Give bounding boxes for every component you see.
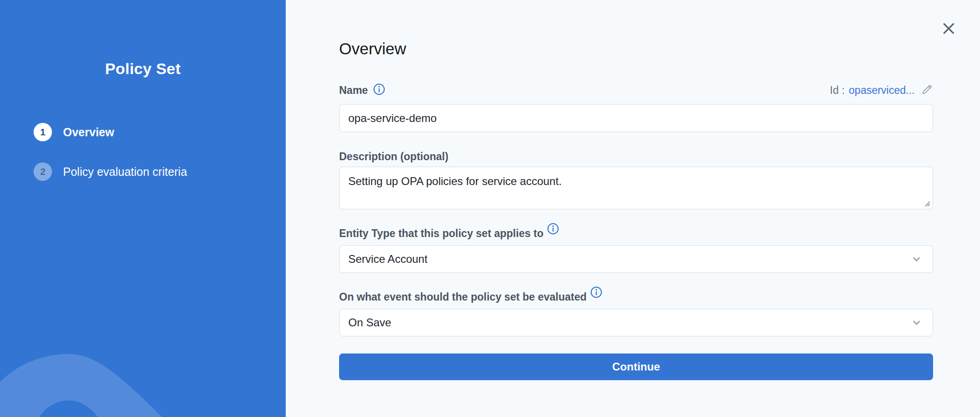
description-label-row: Description (optional) [339,150,933,163]
close-icon [942,22,956,35]
resize-handle[interactable] [924,200,930,207]
info-icon[interactable] [590,286,602,300]
description-label: Description (optional) [339,150,449,163]
id-display: Id : opaserviced... [830,83,933,97]
description-textarea[interactable]: Setting up OPA policies for service acco… [339,167,933,209]
wizard-title: Policy Set [0,60,286,78]
event-label: On what event should the policy set be e… [339,290,587,304]
overview-step-panel: Overview Name Id : opaserviced... [286,0,980,417]
entity-type-selected-value: Service Account [348,253,427,266]
entity-type-label: Entity Type that this policy set applies… [339,226,543,240]
continue-button[interactable]: Continue [339,353,933,380]
step-label: Policy evaluation criteria [63,165,187,179]
step-number-badge: 2 [34,162,52,181]
step-number-badge: 1 [34,123,52,141]
entity-type-select[interactable]: Service Account [339,245,933,273]
overview-form: Overview Name Id : opaserviced... [339,0,933,380]
step-label: Overview [63,126,114,139]
wave-decoration [0,339,286,417]
entity-type-label-row: Entity Type that this policy set applies… [339,226,933,240]
chevron-down-icon [911,253,922,265]
wizard-sidebar: Policy Set 1 Overview 2 Policy evaluatio… [0,0,286,417]
sidebar-step-overview[interactable]: 1 Overview [34,123,114,141]
id-value-link[interactable]: opaserviced... [849,84,915,97]
page-title: Overview [339,39,933,59]
event-label-row: On what event should the policy set be e… [339,290,933,304]
close-button[interactable] [940,20,957,37]
name-label-group: Name [339,83,385,97]
name-label: Name [339,83,368,97]
policy-set-wizard-modal: Policy Set 1 Overview 2 Policy evaluatio… [0,0,980,417]
event-select[interactable]: On Save [339,309,933,336]
info-icon[interactable] [373,83,385,97]
info-icon[interactable] [547,223,559,237]
edit-id-pencil-icon[interactable] [921,83,933,97]
name-label-row: Name Id : opaserviced... [339,83,933,98]
description-text: Setting up OPA policies for service acco… [348,175,562,187]
name-input[interactable] [339,104,933,132]
event-selected-value: On Save [348,316,391,329]
sidebar-step-policy-evaluation-criteria[interactable]: 2 Policy evaluation criteria [34,162,187,181]
chevron-down-icon [911,317,922,329]
id-prefix: Id : [830,84,845,97]
